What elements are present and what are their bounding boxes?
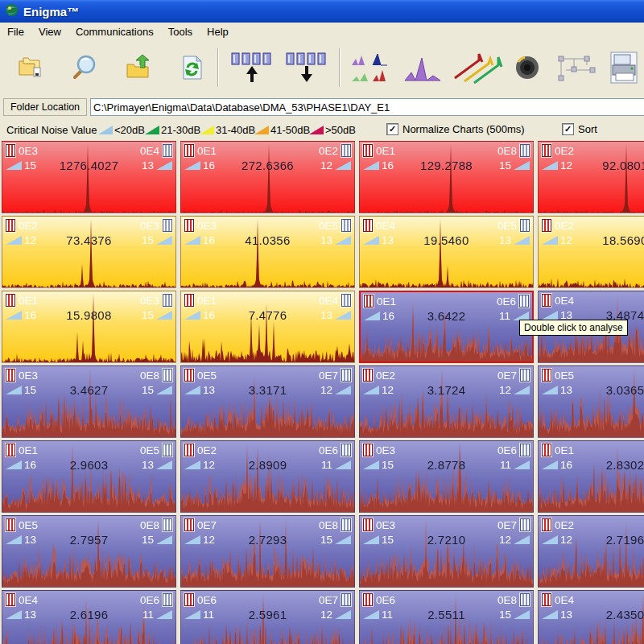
logger-a-label: 0E4 xyxy=(542,294,574,307)
chart-tile[interactable]: 0E20E3121573.4376 xyxy=(2,216,176,288)
search-icon xyxy=(68,52,100,84)
correlation-value: 2.8302 xyxy=(539,458,644,472)
logger-a-icon xyxy=(363,369,373,382)
logger-a-icon xyxy=(184,444,194,456)
waterfall-charts-button[interactable] xyxy=(449,47,506,89)
network-layout-button[interactable] xyxy=(552,47,599,89)
logger-a-icon xyxy=(363,144,373,157)
refresh-icon xyxy=(175,52,208,84)
chart-tile[interactable]: 0E5133.0365 xyxy=(538,365,644,438)
logger-a-icon xyxy=(363,518,373,531)
chart-tile[interactable]: 0E20E712123.1724 xyxy=(359,365,534,438)
logger-b-icon xyxy=(163,369,172,382)
chart-tile[interactable]: 0E50E713123.3171 xyxy=(180,365,355,438)
logger-a-label: 0E3 xyxy=(6,369,38,382)
logger-b-label: 0E8 xyxy=(140,369,172,382)
menu-communications[interactable]: Communications xyxy=(68,24,161,39)
menu-view[interactable]: View xyxy=(31,24,68,39)
menu-tools[interactable]: Tools xyxy=(161,24,200,39)
sort-checkbox[interactable]: ✓ xyxy=(562,123,574,135)
correlation-value: 2.5511 xyxy=(360,608,533,621)
export-folder-button[interactable] xyxy=(119,47,158,89)
chart-tile[interactable]: 0E20E612112.8909 xyxy=(180,440,355,513)
logger-a-icon xyxy=(363,219,373,232)
logger-b-icon xyxy=(341,593,351,606)
logger-b-label: 0E6 xyxy=(497,295,529,308)
chart-tile[interactable]: 0E10E3161515.9808 xyxy=(2,291,176,363)
logger-a-label: 0E3 xyxy=(184,219,217,232)
logger-b-label: 0E4 xyxy=(319,294,351,307)
logger-b-label: 0E6 xyxy=(319,444,351,456)
chart-tile[interactable]: 0E30E615112.8778 xyxy=(359,440,534,513)
logger-a-label: 0E1 xyxy=(363,144,395,157)
logger-a-icon xyxy=(364,295,374,308)
legend-item-gt50: >50dB xyxy=(309,124,356,136)
normalize-charts-checkbox[interactable]: ✓ xyxy=(386,123,398,135)
logger-a-label: 0E1 xyxy=(6,294,38,307)
chart-tile[interactable]: 0E10E616113.6422 xyxy=(359,291,534,363)
logger-a-icon xyxy=(6,444,15,456)
chart-tile[interactable]: 0E10E416137.4776 xyxy=(180,291,355,363)
chart-tile[interactable]: 0E10E21612272.6366 xyxy=(180,141,355,213)
menu-file[interactable]: File xyxy=(0,24,31,39)
search-button[interactable] xyxy=(64,47,103,89)
chart-tile[interactable]: 0E40E613112.6196 xyxy=(2,590,176,644)
noise-level-triangle-icon xyxy=(200,126,214,134)
view-single-chart-icon xyxy=(403,52,444,84)
logger-a-icon xyxy=(184,369,194,382)
logger-b-label: 0E8 xyxy=(497,593,530,606)
logger-a-label: 0E2 xyxy=(6,219,38,232)
logger-a-label: 0E2 xyxy=(184,444,217,456)
chart-tile[interactable]: 0E60E711122.5961 xyxy=(180,590,355,644)
copy-folders-button[interactable] xyxy=(11,47,50,89)
logger-a-icon xyxy=(542,219,551,232)
loggers-download-icon xyxy=(283,50,330,85)
loggers-upload-button[interactable] xyxy=(227,47,277,89)
logger-b-icon xyxy=(163,518,172,531)
chart-tile[interactable]: 0E2122.7196 xyxy=(538,515,644,588)
logger-a-label: 0E6 xyxy=(363,593,395,606)
chart-tile[interactable]: 0E30E5161341.0356 xyxy=(180,216,355,288)
logger-b-icon xyxy=(520,444,530,456)
correlation-value: 73.4376 xyxy=(2,233,175,247)
folder-path-input[interactable] xyxy=(90,98,644,116)
logger-a-icon xyxy=(542,593,551,606)
chart-tile[interactable]: 0E1162.8302 xyxy=(538,440,644,513)
print-button[interactable] xyxy=(605,47,642,89)
logger-a-label: 0E2 xyxy=(363,369,395,382)
chart-tile[interactable]: 0E30E815153.4627 xyxy=(2,365,176,438)
legend-title: Critical Noise Value xyxy=(6,124,97,136)
chart-tile[interactable]: 0E50E813152.7957 xyxy=(2,515,176,588)
view-single-chart-button[interactable] xyxy=(401,47,446,89)
chart-tile[interactable]: 0E60E811152.5511 xyxy=(359,590,534,644)
logger-a-icon xyxy=(363,593,373,606)
logger-b-icon xyxy=(163,593,172,606)
menu-help[interactable]: Help xyxy=(200,24,236,39)
correlation-value: 92.0801 xyxy=(539,159,644,172)
chart-tile[interactable]: 0E21218.5690 xyxy=(538,216,644,288)
chart-tile[interactable]: 0E10E516132.9603 xyxy=(2,440,176,513)
correlation-value: 2.7957 xyxy=(2,533,175,547)
menu-bar: File View Communications Tools Help xyxy=(0,23,644,41)
chart-tile[interactable]: 0E30E415131276.4027 xyxy=(2,141,176,213)
chart-tile[interactable]: 0E4132.4350 xyxy=(538,590,644,644)
logger-a-icon xyxy=(184,144,194,157)
chart-tile[interactable]: 0E30E715122.7210 xyxy=(359,515,534,588)
logger-b-label: 0E3 xyxy=(140,294,172,307)
toolbar-separator xyxy=(217,48,218,87)
chart-tile[interactable]: 0E10E81615129.2788 xyxy=(359,141,534,213)
legend-item-21-30: 21-30dB xyxy=(145,124,200,136)
logger-b-label: 0E7 xyxy=(319,593,351,606)
chart-tile[interactable]: 0E21292.0801 xyxy=(538,141,644,213)
view-all-charts-button[interactable] xyxy=(348,47,394,89)
correlation-value: 3.4627 xyxy=(2,383,175,397)
logger-a-icon xyxy=(184,518,194,531)
loggers-download-button[interactable] xyxy=(282,47,332,89)
correlation-value: 3.3171 xyxy=(181,383,354,397)
correlation-value: 3.1724 xyxy=(360,383,533,397)
sound-playback-button[interactable] xyxy=(509,47,546,89)
chart-tile[interactable]: 0E70E812152.7293 xyxy=(180,515,355,588)
logger-a-icon xyxy=(184,294,194,307)
chart-tile[interactable]: 0E40E5131319.5460 xyxy=(359,216,534,288)
refresh-button[interactable] xyxy=(172,47,211,89)
